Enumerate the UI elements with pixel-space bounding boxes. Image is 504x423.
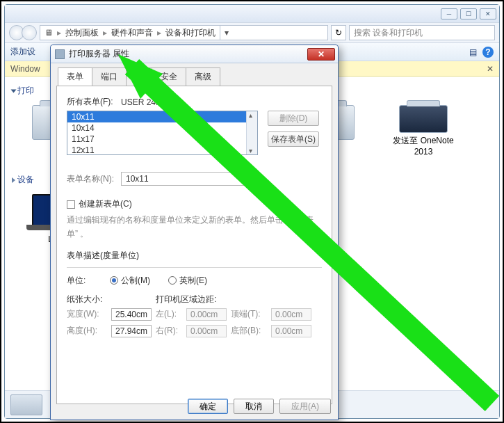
bottom-input[interactable]: 0.00cm bbox=[271, 325, 311, 337]
titlebar: ─ ☐ ✕ bbox=[5, 5, 499, 22]
search-input[interactable]: 搜索 设备和打印机 bbox=[349, 25, 495, 40]
maximize-button[interactable]: ☐ bbox=[460, 8, 477, 19]
create-new-form-checkbox[interactable] bbox=[67, 200, 75, 209]
breadcrumb-item-1[interactable]: 控制面板 bbox=[65, 27, 99, 39]
navigation-bar: 🖥 ▸ 控制面板 ▸ 硬件和声音 ▸ 设备和打印机 ▾ ↻ 搜索 设备和打印机 bbox=[5, 22, 499, 43]
list-item[interactable]: 11x17 bbox=[67, 134, 257, 145]
top-label: 顶端(T): bbox=[231, 308, 267, 320]
listbox-scrollbar[interactable] bbox=[246, 111, 257, 154]
status-printer-icon bbox=[10, 394, 42, 415]
apply-button[interactable]: 应用(A) bbox=[279, 399, 331, 414]
hint-text: 通过编辑现有的名称和度量单位来定义新的表单。然后单击 “保存表单” 。 bbox=[67, 213, 322, 241]
create-new-form-label: 创建新表单(C) bbox=[79, 198, 132, 210]
printer-item[interactable]: 发送至 OneNote 2013 bbox=[389, 105, 458, 157]
search-placeholder: 搜索 设备和打印机 bbox=[354, 27, 423, 39]
printer-label: 发送至 OneNote 2013 bbox=[389, 136, 458, 157]
radio-metric[interactable] bbox=[110, 276, 118, 285]
forms-listbox[interactable]: 10x11 10x14 11x17 12x11 bbox=[67, 111, 258, 155]
paper-size-label: 纸张大小: bbox=[67, 294, 156, 305]
unit-label: 单位: bbox=[67, 275, 110, 287]
radio-imperial[interactable] bbox=[168, 276, 177, 285]
form-name-label: 表单名称(N): bbox=[67, 173, 121, 185]
forward-button[interactable] bbox=[22, 25, 37, 40]
info-close[interactable]: ✕ bbox=[487, 64, 494, 74]
breadcrumb-sep: ▸ bbox=[57, 28, 61, 38]
left-input[interactable]: 0.00cm bbox=[186, 308, 227, 321]
list-item[interactable]: 12x11 bbox=[67, 145, 257, 155]
minimize-button[interactable]: ─ bbox=[441, 8, 457, 19]
close-button[interactable]: ✕ bbox=[480, 8, 496, 19]
breadcrumb-sep: ▸ bbox=[103, 28, 107, 38]
height-input[interactable]: 27.94cm bbox=[111, 325, 152, 337]
breadcrumb-sep: ▸ bbox=[157, 28, 161, 38]
list-item[interactable]: 10x11 bbox=[67, 111, 257, 122]
breadcrumb-item-3[interactable]: 设备和打印机 bbox=[165, 27, 216, 39]
printer-icon bbox=[399, 105, 448, 133]
top-input[interactable]: 0.00cm bbox=[271, 308, 311, 321]
address-bar[interactable]: 🖥 ▸ 控制面板 ▸ 硬件和声音 ▸ 设备和打印机 ▾ bbox=[40, 25, 328, 40]
delete-button[interactable]: 删除(D) bbox=[268, 111, 319, 126]
tab-advanced[interactable]: 高级 bbox=[186, 67, 220, 86]
radio-metric-label: 公制(M) bbox=[121, 275, 150, 287]
tab-security[interactable]: 安全 bbox=[152, 67, 186, 86]
radio-imperial-label: 英制(E) bbox=[179, 275, 207, 287]
desc-title: 表单描述(度量单位) bbox=[67, 250, 322, 262]
ok-button[interactable]: 确定 bbox=[188, 399, 228, 414]
dialog-title: 打印服务器 属性 bbox=[69, 48, 307, 60]
add-device-button[interactable]: 添加设 bbox=[10, 46, 35, 58]
tab-ports[interactable]: 端口 bbox=[92, 67, 127, 86]
dialog-icon bbox=[55, 49, 65, 59]
save-form-button[interactable]: 保存表单(S) bbox=[268, 131, 319, 147]
view-icon[interactable]: ▤ bbox=[469, 47, 477, 57]
form-name-input[interactable]: 10x11 bbox=[121, 172, 257, 186]
right-input[interactable]: 0.00cm bbox=[186, 325, 227, 337]
width-label: 宽度(W): bbox=[67, 308, 107, 320]
dialog-buttons: 确定 取消 应用(A) bbox=[188, 399, 331, 414]
breadcrumb-item-2[interactable]: 硬件和声音 bbox=[111, 27, 153, 39]
height-label: 高度(H): bbox=[67, 325, 107, 337]
all-forms-label: 所有表单(F): bbox=[67, 96, 121, 108]
print-server-properties-dialog: 打印服务器 属性 ✕ 表单 端口 驱 安全 高级 所有表单(F): USER 2… bbox=[50, 45, 339, 420]
left-label: 左(L): bbox=[156, 308, 182, 320]
tab-forms[interactable]: 表单 bbox=[58, 67, 92, 86]
address-dropdown[interactable]: ▾ bbox=[220, 26, 232, 40]
refresh-button[interactable]: ↻ bbox=[331, 25, 346, 40]
bottom-label: 底部(B): bbox=[231, 325, 267, 337]
right-label: 右(R): bbox=[156, 325, 182, 337]
width-input[interactable]: 25.40cm bbox=[111, 308, 152, 321]
tab-panel-forms: 所有表单(F): USER 24ID 10x11 10x14 11x17 12x… bbox=[56, 86, 332, 404]
info-text: Window bbox=[10, 64, 40, 74]
list-item[interactable]: 10x14 bbox=[67, 122, 257, 134]
cancel-button[interactable]: 取消 bbox=[234, 399, 274, 414]
print-margin-label: 打印机区域边距: bbox=[156, 294, 216, 305]
server-name: USER 24ID bbox=[121, 97, 164, 107]
dialog-tabs: 表单 端口 驱 安全 高级 bbox=[51, 63, 338, 86]
dialog-close-button[interactable]: ✕ bbox=[307, 48, 335, 61]
help-icon[interactable]: ? bbox=[482, 47, 494, 58]
tab-drivers[interactable]: 驱 bbox=[126, 67, 152, 86]
dialog-titlebar[interactable]: 打印服务器 属性 ✕ bbox=[51, 45, 338, 63]
breadcrumb-root-icon: 🖥 bbox=[44, 28, 53, 38]
